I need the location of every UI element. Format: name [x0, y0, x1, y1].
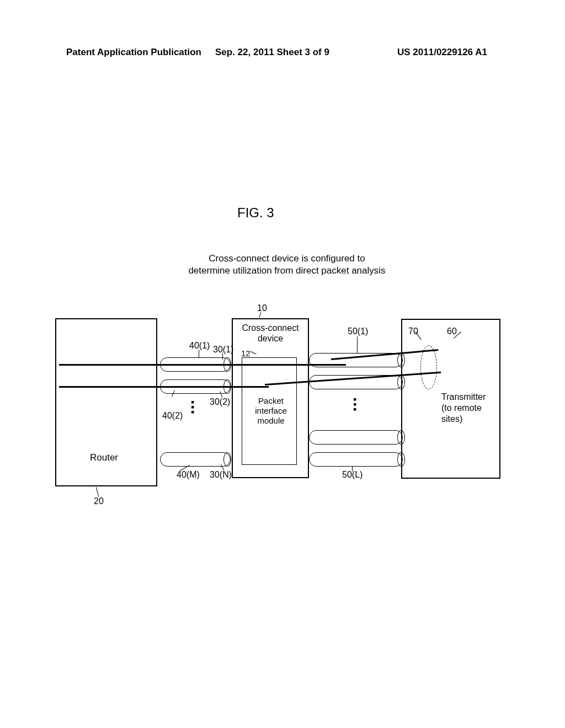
- ref-label-30-n: 30(N): [210, 470, 232, 480]
- ref-label-50-1: 50(1): [348, 326, 368, 336]
- ref-label-30-1: 30(1): [213, 345, 233, 355]
- ref-label-30-2: 30(2): [210, 397, 230, 407]
- ref-label-20: 20: [94, 496, 104, 506]
- ellipsis-dots-left: ▪▪▪: [191, 400, 194, 415]
- ref-label-10: 10: [257, 303, 267, 313]
- cross-connect-label: Cross-connect device: [237, 323, 303, 344]
- pipe-end: [397, 452, 405, 467]
- signal-line-1: [59, 364, 346, 366]
- pipe-end: [397, 375, 405, 389]
- ellipsis-dots-right: ▪▪▪: [353, 397, 356, 412]
- pipe-right-mid: [309, 430, 403, 445]
- header-publication: Patent Application Publication: [66, 47, 201, 58]
- diagram-container: 10 Router Cross-connect device 12 Packet…: [55, 303, 502, 502]
- ref-label-60: 60: [447, 326, 457, 336]
- leader-line: [352, 466, 353, 472]
- leader-line: [357, 336, 358, 353]
- leader-line: [222, 353, 223, 360]
- ref-label-40-m: 40(M): [177, 470, 200, 480]
- router-label: Router: [90, 452, 118, 463]
- ref-label-70: 70: [408, 326, 418, 336]
- signal-line-2: [59, 386, 269, 388]
- header-patent-number: US 2011/0229126 A1: [397, 47, 487, 58]
- pipe-end: [397, 353, 405, 367]
- pipe-right-n: [309, 452, 403, 467]
- leader-line: [96, 487, 99, 497]
- figure-description: Cross-connect device is configured to de…: [188, 253, 386, 277]
- packet-module-label: Packet interface module: [246, 396, 296, 426]
- pipe-end: [223, 452, 231, 467]
- figure-title: FIG. 3: [237, 205, 274, 221]
- ref-label-40-1: 40(1): [189, 341, 210, 351]
- leader-line: [199, 350, 199, 357]
- ref-label-12: 12: [241, 349, 250, 358]
- pipe-end: [397, 430, 405, 445]
- ref-label-40-2: 40(2): [162, 411, 183, 421]
- header-date-sheet: Sep. 22, 2011 Sheet 3 of 9: [215, 47, 329, 58]
- transmitter-label: Transmitter (to remote sites): [441, 392, 497, 425]
